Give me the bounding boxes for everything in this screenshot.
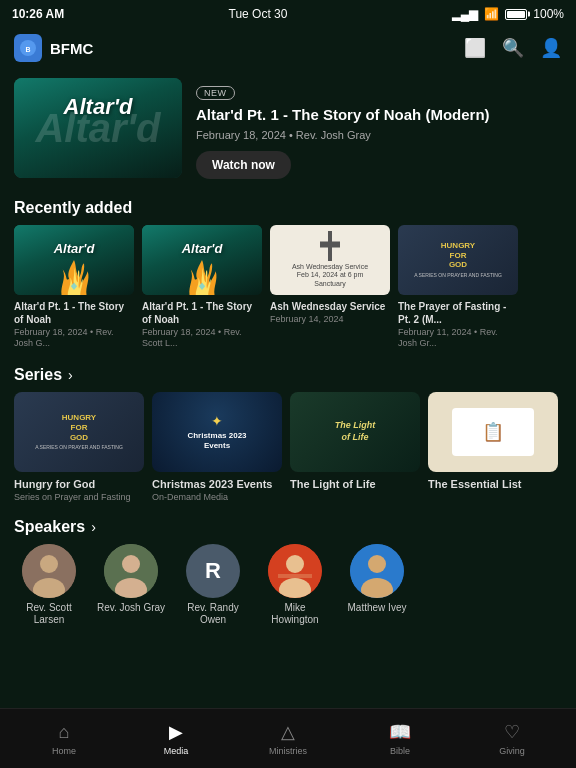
hero-title: Altar'd Pt. 1 - The Story of Noah (Moder… <box>196 105 562 125</box>
flames-small-1 <box>49 260 99 295</box>
series-hungry-title: HUNGRYFORGOD <box>35 413 123 442</box>
svg-point-18 <box>368 555 386 573</box>
recently-added-section: Recently added Altar'd Altar'd Pt. 1 - T… <box>0 191 576 358</box>
recent-thumb-2: Altar'd <box>142 225 262 295</box>
recently-added-title: Recently added <box>14 199 132 217</box>
speaker-avatar-josh <box>104 544 158 598</box>
series-title: Series <box>14 366 62 384</box>
hungry-card-title: HUNGRYFORGOD <box>414 241 502 270</box>
series-section: Series › HUNGRYFORGOD A SERIES ON PRAYER… <box>0 358 576 510</box>
recent-meta-2: February 18, 2024 • Rev. Scott L... <box>142 327 262 350</box>
battery-icon <box>505 9 527 20</box>
nav-home[interactable]: ⌂ Home <box>8 722 120 756</box>
profile-icon[interactable]: 👤 <box>540 37 562 59</box>
hero-image[interactable]: Altar'd Altar'd <box>14 78 182 178</box>
speaker-scott[interactable]: Rev. Scott Larsen <box>14 544 84 626</box>
series-card-4[interactable]: 📋 The Essential List <box>428 392 558 502</box>
altard-thumb-label-2: Altar'd <box>182 241 223 256</box>
speaker-name-josh: Rev. Josh Gray <box>97 602 165 614</box>
recently-added-header: Recently added <box>0 199 576 217</box>
light-card-text: The Lightof Life <box>335 420 376 443</box>
svg-point-8 <box>40 555 58 573</box>
series-card-3[interactable]: The Lightof Life The Light of Life <box>290 392 420 502</box>
ash-cross-icon <box>320 231 340 261</box>
speaker-name-matthew: Matthew Ivey <box>348 602 407 614</box>
series-cards: HUNGRYFORGOD A SERIES ON PRAYER AND FAST… <box>0 392 576 502</box>
recent-meta-3: February 14, 2024 <box>270 314 390 326</box>
speakers-header[interactable]: Speakers › <box>0 518 576 536</box>
hero-info: NEW Altar'd Pt. 1 - The Story of Noah (M… <box>196 78 562 179</box>
flames-small-2 <box>177 260 227 295</box>
recent-meta-4: February 11, 2024 • Rev. Josh Gr... <box>398 327 518 350</box>
recent-thumb-1: Altar'd <box>14 225 134 295</box>
series-meta-1: Series on Prayer and Fasting <box>14 492 144 502</box>
series-card-1[interactable]: HUNGRYFORGOD A SERIES ON PRAYER AND FAST… <box>14 392 144 502</box>
giving-icon: ♡ <box>504 721 520 743</box>
nav-home-label: Home <box>52 746 76 756</box>
recent-card-2[interactable]: Altar'd Altar'd Pt. 1 - The Story of Noa… <box>142 225 262 350</box>
speaker-name-scott: Rev. Scott Larsen <box>14 602 84 626</box>
nav-media-label: Media <box>164 746 189 756</box>
wifi-icon: 📶 <box>484 7 499 21</box>
series-thumb-4: 📋 <box>428 392 558 472</box>
svg-rect-16 <box>278 574 312 578</box>
series-header[interactable]: Series › <box>0 366 576 384</box>
recently-added-cards: Altar'd Altar'd Pt. 1 - The Story of Noa… <box>0 225 576 350</box>
new-badge: NEW <box>196 86 235 100</box>
recent-card-4[interactable]: HUNGRYFORGOD A SERIES ON PRAYER AND FAST… <box>398 225 518 350</box>
home-icon: ⌂ <box>59 722 70 743</box>
series-label-4: The Essential List <box>428 477 558 491</box>
recent-thumb-4: HUNGRYFORGOD A SERIES ON PRAYER AND FAST… <box>398 225 518 295</box>
speaker-josh[interactable]: Rev. Josh Gray <box>96 544 166 626</box>
nav-ministries-label: Ministries <box>269 746 307 756</box>
speakers-arrow-icon: › <box>91 519 96 535</box>
speaker-matthew[interactable]: Matthew Ivey <box>342 544 412 626</box>
hero-subtitle: February 18, 2024 • Rev. Josh Gray <box>196 129 562 141</box>
speaker-avatar-randy: R <box>186 544 240 598</box>
search-icon[interactable]: 🔍 <box>502 37 524 59</box>
speaker-randy[interactable]: R Rev. Randy Owen <box>178 544 248 626</box>
svg-point-11 <box>122 555 140 573</box>
svg-text:B: B <box>25 46 30 53</box>
ash-card-text: Ash Wednesday ServiceFeb 14, 2024 at 6 p… <box>288 263 372 288</box>
recent-label-2: Altar'd Pt. 1 - The Story of Noah <box>142 300 262 326</box>
app-logo[interactable]: B BFMC <box>14 34 93 62</box>
recent-card-3[interactable]: Ash Wednesday ServiceFeb 14, 2024 at 6 p… <box>270 225 390 350</box>
series-label-1: Hungry for God <box>14 477 144 491</box>
recent-thumb-3: Ash Wednesday ServiceFeb 14, 2024 at 6 p… <box>270 225 390 295</box>
nav-giving-label: Giving <box>499 746 525 756</box>
speaker-name-randy: Rev. Randy Owen <box>178 602 248 626</box>
hero-section: Altar'd Altar'd NEW Altar'd Pt. 1 - The … <box>0 72 576 191</box>
speaker-avatar-scott <box>22 544 76 598</box>
bottom-nav: ⌂ Home ▶ Media △ Ministries 📖 Bible ♡ Gi… <box>0 708 576 768</box>
nav-bible-label: Bible <box>390 746 410 756</box>
series-thumb-3: The Lightof Life <box>290 392 420 472</box>
nav-bible[interactable]: 📖 Bible <box>344 721 456 756</box>
recent-label-3: Ash Wednesday Service <box>270 300 390 313</box>
status-bar: 10:26 AM Tue Oct 30 ▂▄▆ 📶 100% <box>0 0 576 28</box>
battery-label: 100% <box>533 7 564 21</box>
nav-media[interactable]: ▶ Media <box>120 721 232 756</box>
recent-label-4: The Prayer of Fasting - Pt. 2 (M... <box>398 300 518 326</box>
recent-meta-1: February 18, 2024 • Rev. Josh G... <box>14 327 134 350</box>
clipboard-icon: 📋 <box>482 421 504 443</box>
nav-ministries[interactable]: △ Ministries <box>232 721 344 756</box>
hero-image-title: Altar'd <box>64 94 133 120</box>
series-card-2[interactable]: ✦ Christmas 2023Events Christmas 2023 Ev… <box>152 392 282 502</box>
hungry-card-sub: A SERIES ON PRAYER AND FASTING <box>414 272 502 278</box>
cast-icon[interactable]: ⬜ <box>464 37 486 59</box>
nav-giving[interactable]: ♡ Giving <box>456 721 568 756</box>
recent-card-1[interactable]: Altar'd Altar'd Pt. 1 - The Story of Noa… <box>14 225 134 350</box>
status-date: Tue Oct 30 <box>229 7 288 21</box>
series-label-2: Christmas 2023 Events <box>152 477 282 491</box>
series-thumb-2: ✦ Christmas 2023Events <box>152 392 282 472</box>
series-arrow-icon: › <box>68 367 73 383</box>
ministries-icon: △ <box>281 721 295 743</box>
watch-now-button[interactable]: Watch now <box>196 151 291 179</box>
status-time: 10:26 AM <box>12 7 64 21</box>
series-meta-2: On-Demand Media <box>152 492 282 502</box>
series-hungry-sub: A SERIES ON PRAYER AND FASTING <box>35 444 123 450</box>
speaker-mike[interactable]: Mike Howington <box>260 544 330 626</box>
main-content: Altar'd Altar'd NEW Altar'd Pt. 1 - The … <box>0 72 576 708</box>
media-icon: ▶ <box>169 721 183 743</box>
